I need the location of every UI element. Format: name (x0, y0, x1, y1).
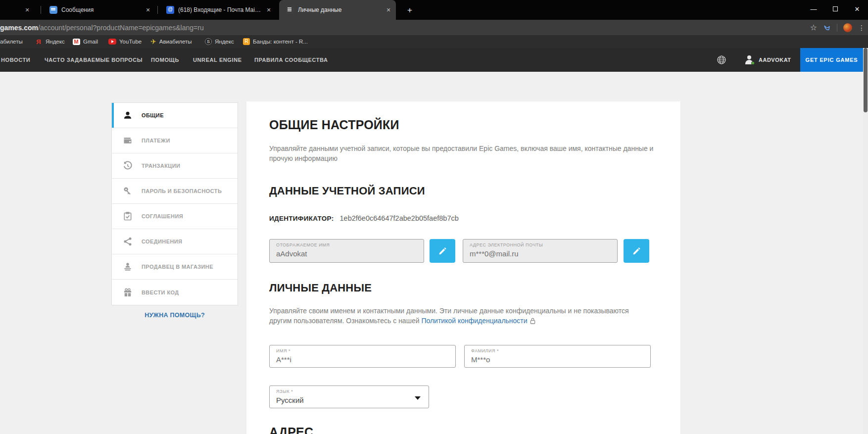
url-host: games.com (0, 24, 38, 32)
wallet-icon (123, 136, 133, 145)
sidebar-item-label: ПЛАТЕЖИ (142, 138, 170, 144)
nav-item-unreal[interactable]: UNREAL ENGINE (193, 48, 242, 72)
browser-menu-icon[interactable]: ⋮ (858, 25, 865, 30)
account-id-row: ИДЕНТИФИКАТОР: 1eb2f6e0c64647f2abe2b05fa… (269, 214, 459, 222)
bookmark-item[interactable]: ✈ Авиабилеты (150, 35, 192, 48)
bookmark-label: Яндекс (46, 39, 65, 45)
sidebar-item-agreements[interactable]: СОГЛАШЕНИЯ (112, 204, 238, 229)
profile-avatar[interactable] (843, 23, 852, 32)
clipboard-check-icon (123, 211, 133, 221)
key-icon (123, 186, 133, 196)
sidebar-item-connections[interactable]: СОЕДИНЕНИЯ (112, 229, 238, 254)
first-name-label: ИМЯ * (276, 348, 290, 353)
bookmark-item[interactable]: абилеты (0, 35, 23, 48)
nav-item-help[interactable]: ПОМОЩЬ (151, 48, 179, 72)
airplane-icon: ✈ (150, 38, 156, 46)
tab-divider (41, 6, 41, 14)
bookmark-item[interactable]: M Gmail (72, 35, 98, 48)
language-globe-icon[interactable] (717, 55, 726, 67)
bookmarks-bar: абилеты Я Яндекс M Gmail YouTube ✈ Авиаб… (0, 35, 868, 48)
merchant-icon (123, 262, 133, 272)
tab-cutoff[interactable]: ✕ (0, 0, 40, 20)
personal-data-section-title: ЛИЧНЫЕ ДАННЫЕ (269, 282, 372, 294)
yandex-icon: Я (35, 38, 43, 46)
get-epic-games-button[interactable]: GET EPIC GAMES (800, 48, 863, 72)
epic-games-favicon (286, 6, 294, 14)
nav-item-faq[interactable]: ЧАСТО ЗАДАВАЕМЫЕ ВОПРОСЫ (45, 48, 143, 72)
privacy-policy-link[interactable]: Политикой конфиденциальности (421, 317, 527, 325)
sidebar-item-marketplace-seller[interactable]: ПРОДАВЕЦ В МАГАЗИНЕ (112, 254, 238, 280)
sidebar-item-password-security[interactable]: ПАРОЛЬ И БЕЗОПАСНОСТЬ (112, 179, 238, 204)
email-value: m***0@mail.ru (470, 249, 519, 258)
tab-messages[interactable]: Сообщения ✕ (43, 0, 155, 20)
bookmark-label: Банды: контент - R... (253, 39, 308, 45)
youtube-icon (108, 39, 116, 45)
language-value: Русский (276, 396, 304, 404)
first-name-field[interactable]: ИМЯ * A***i (269, 345, 456, 368)
tab-personal-data-active[interactable]: Личные данные ✕ (279, 0, 396, 20)
last-name-value: M***o (471, 355, 490, 364)
email-field: АДРЕС ЭЛЕКТРОННОЙ ПОЧТЫ m***0@mail.ru (463, 239, 618, 263)
bookmark-star-icon[interactable]: ☆ (810, 23, 817, 32)
settings-content-card: ОБЩИЕ НАСТРОЙКИ Управляйте данными учетн… (246, 101, 680, 434)
gmail-icon: M (73, 39, 80, 45)
minimize-button[interactable]: — (803, 0, 824, 18)
edit-email-button[interactable] (624, 239, 649, 263)
personal-data-description: Управляйте своим именем и контактными да… (269, 306, 650, 327)
bookmark-label: Яндекс (215, 39, 234, 45)
language-select[interactable]: ЯЗЫК * Русский (269, 386, 429, 408)
bookmark-item[interactable]: Я Яндекс (35, 35, 65, 48)
sidebar-item-label: ПАРОЛЬ И БЕЗОПАСНОСТЬ (142, 188, 222, 194)
scrollbar-thumb[interactable] (864, 48, 868, 112)
tab-close-icon[interactable]: ✕ (144, 5, 152, 14)
language-label: ЯЗЫК * (276, 389, 293, 394)
bookmark-item[interactable]: S Яндекс (205, 35, 234, 48)
nav-item-news[interactable]: НОВОСТИ (1, 48, 30, 72)
mail-envelope-icon (166, 6, 174, 14)
yandex-circle-icon: S (205, 38, 212, 45)
url-text[interactable]: games.com/account/personal?productName=e… (0, 24, 204, 32)
gift-icon (123, 288, 133, 297)
new-tab-button[interactable]: + (403, 4, 416, 17)
bookmark-label: YouTube (119, 39, 142, 45)
tab-divider (157, 6, 158, 14)
tab-mailru[interactable]: (618) Входящие - Почта Mail.ru ✕ (159, 0, 276, 20)
sidebar-item-payments[interactable]: ПЛАТЕЖИ (112, 128, 238, 153)
sidebar-item-label: ОБЩИЕ (142, 112, 164, 118)
maximize-icon (833, 6, 838, 11)
tab-title: Личные данные (298, 6, 381, 13)
last-name-field[interactable]: ФАМИЛИЯ * M***o (464, 345, 651, 368)
page-title: ОБЩИЕ НАСТРОЙКИ (269, 118, 399, 132)
account-id-value: 1eb2f6e0c64647f2abe2b05faef8b7cb (340, 214, 459, 222)
need-help-link[interactable]: НУЖНА ПОМОЩЬ? (111, 312, 238, 319)
pencil-icon (632, 246, 641, 255)
tab-close-icon[interactable]: ✕ (384, 5, 393, 14)
address-bar[interactable]: games.com/account/personal?productName=e… (0, 20, 868, 35)
tab-close-icon[interactable]: ✕ (264, 5, 273, 14)
sidebar-item-label: СОЕДИНЕНИЯ (142, 239, 182, 244)
pencil-icon (438, 246, 447, 255)
settings-sidebar: ОБЩИЕ ПЛАТЕЖИ ТРАНЗАКЦИИ ПАРОЛЬ И БЕЗОПА… (111, 102, 238, 305)
maximize-button[interactable] (824, 0, 846, 18)
rockstar-icon: R (243, 38, 250, 45)
edit-display-name-button[interactable] (430, 239, 455, 263)
page-scrollbar[interactable] (863, 48, 868, 434)
tab-close-icon[interactable]: ✕ (23, 5, 32, 14)
sidebar-item-label: ПРОДАВЕЦ В МАГАЗИНЕ (142, 264, 213, 270)
account-menu[interactable]: AADVOKAT (745, 48, 791, 72)
sidebar-item-redeem-code[interactable]: ВВЕСТИ КОД (112, 280, 238, 305)
toolbar-divider (837, 24, 837, 32)
bookmark-item[interactable]: YouTube (108, 35, 142, 48)
address-section-title: АДРЕС (269, 425, 313, 434)
close-window-button[interactable]: ✕ (846, 0, 868, 18)
bookmark-item[interactable]: R Банды: контент - R... (243, 35, 308, 48)
extension-icon[interactable] (823, 24, 831, 32)
sidebar-item-label: ТРАНЗАКЦИИ (142, 163, 180, 169)
sidebar-item-label: СОГЛАШЕНИЯ (142, 213, 183, 219)
tab-title: (618) Входящие - Почта Mail.ru (178, 6, 261, 13)
nav-item-community[interactable]: ПРАВИЛА СООБЩЕСТВА (254, 48, 328, 72)
sidebar-item-transactions[interactable]: ТРАНЗАКЦИИ (112, 153, 238, 179)
bookmark-label: Авиабилеты (159, 39, 192, 45)
display-name-value: aAdvokat (276, 249, 307, 258)
sidebar-item-general[interactable]: ОБЩИЕ (112, 103, 238, 128)
